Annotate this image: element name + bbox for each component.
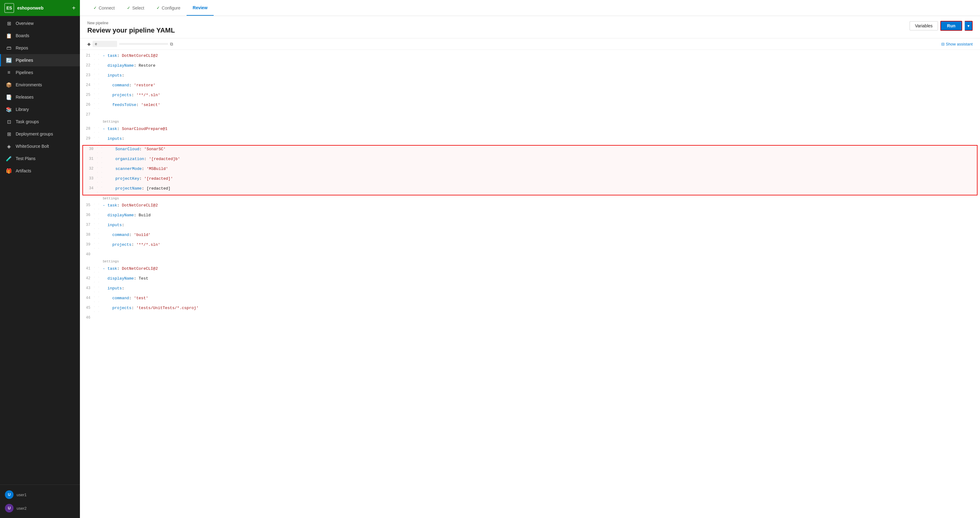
branch-icon: ◆ [87,41,91,46]
line-number-36: 36 [83,212,94,218]
line-gutter-45: · · · · [94,305,103,314]
sidebar-item-releases[interactable]: 📑 Releases [0,91,80,103]
line-31: 31· · · · organization: '[redacted]b' [83,156,977,165]
sidebar-footer: U user1U user2 [0,485,80,518]
step-label-configure: Configure [162,6,180,10]
wizard-step-connect[interactable]: ✓ Connect [87,0,121,16]
line-gutter-23: · · · · [94,72,103,82]
nav-icon-artifacts: 🎁 [6,168,12,174]
line-gutter-41: · · · · [94,265,103,275]
sidebar-item-repos[interactable]: 🗃 Repos [0,42,80,54]
line-content-46 [103,314,978,316]
org-name: eshoponweb [17,6,69,10]
sidebar-item-pipelines[interactable]: 🔄 Pipelines [0,54,80,66]
sidebar: ES eshoponweb + ⊞ Overview📋 Boards🗃 Repo… [0,0,80,518]
line-gutter-44: · · · · [94,295,103,305]
show-assistant-button[interactable]: ⊟ Show assistant [941,42,973,46]
line-content-43: inputs: [103,285,978,292]
line-29: 29· · · · inputs: [80,135,980,145]
line-number-37: 37 [83,221,94,228]
line-content-30: SonarCloud: 'SonarSC' [106,146,974,153]
line-39: 39· · · · projects: '**/*.sln' [80,241,980,251]
line-content-44: command: 'test' [103,295,978,302]
sidebar-item-environments[interactable]: 📦 Environments [0,79,80,91]
add-project-button[interactable]: + [72,5,76,12]
sidebar-item-task-groups[interactable]: ⊡ Task groups [0,116,80,128]
line-number-25: 25 [83,92,94,98]
nav-icon-library: 📚 [6,106,12,113]
nav-label-task-groups: Task groups [16,119,39,124]
variables-button[interactable]: Variables [910,21,937,30]
line-number-33: 33 [86,175,97,181]
line-gutter-39: · · · · [94,241,103,251]
wizard-step-review[interactable]: Review [186,0,214,16]
user-avatar-user2: U [5,504,14,512]
line-number-22: 22 [83,62,94,68]
line-gutter-28: · · · · [94,126,103,135]
sidebar-item-boards[interactable]: 📋 Boards [0,30,80,42]
sidebar-item-library[interactable]: 📚 Library [0,103,80,116]
step-label-review: Review [193,5,207,10]
line-gutter-31: · · · · [97,156,106,165]
line-27: 27 [80,111,980,119]
line-33: 33· · · · projectKey: '[redacted]' [83,175,977,185]
check-icon-configure: ✓ [156,6,160,10]
line-28: 28· · · ·- task: SonarCloudPrepare@1 [80,126,980,135]
line-content-37: inputs: [103,221,978,229]
run-button[interactable]: Run [940,21,962,31]
line-number-34: 34 [86,185,97,191]
line-number-38: 38 [83,231,94,238]
line-gutter-34: · · · · [97,185,106,195]
settings-label: Settings [80,119,980,126]
wizard-tabs: ✓ Connect✓ Select✓ ConfigureReview [80,0,980,16]
wizard-step-configure[interactable]: ✓ Configure [150,0,186,16]
nav-label-library: Library [16,107,29,112]
nav-label-releases: Releases [16,95,33,100]
user-label-user2: user2 [17,506,27,511]
content-area: New pipeline Review your pipeline YAML V… [80,16,980,518]
line-content-33: projectKey: '[redacted]' [106,175,974,183]
code-editor[interactable]: 21· · · ·- task: DotNetCoreCLI@222· · · … [80,50,980,324]
line-number-29: 29 [83,135,94,141]
line-content-42: displayName: Test [103,275,978,283]
sidebar-item-pipelines2[interactable]: ≡ Pipelines [0,66,80,79]
line-41: 41· · · ·- task: DotNetCoreCLI@2 [80,265,980,275]
line-content-41: - task: DotNetCoreCLI@2 [103,265,978,273]
sidebar-item-whitesource-bolt[interactable]: ◈ WhiteSource Bolt [0,140,80,153]
line-gutter-33: · · · · [97,175,106,185]
nav-icon-boards: 📋 [6,33,12,39]
line-content-31: organization: '[redacted]b' [106,156,974,163]
user-label-user1: user1 [17,493,27,497]
line-number-42: 42 [83,275,94,281]
sidebar-item-artifacts[interactable]: 🎁 Artifacts [0,165,80,177]
line-38: 38· · · · command: 'build' [80,231,980,241]
line-number-45: 45 [83,305,94,311]
line-gutter-26: · · · · [94,102,103,111]
wizard-step-select[interactable]: ✓ Select [121,0,150,16]
line-number-28: 28 [83,126,94,132]
line-gutter-32: · · · · [97,165,106,175]
sidebar-nav: ⊞ Overview📋 Boards🗃 Repos🔄 Pipelines≡ Pi… [0,16,80,485]
footer-user-user1[interactable]: U user1 [0,488,80,501]
copy-icon[interactable]: ⧉ [170,41,173,47]
line-number-39: 39 [83,241,94,248]
sidebar-item-deployment-groups[interactable]: ⊞ Deployment groups [0,128,80,140]
sidebar-item-overview[interactable]: ⊞ Overview [0,17,80,30]
line-number-44: 44 [83,295,94,301]
breadcrumb: New pipeline [87,21,175,25]
line-content-22: displayName: Restore [103,62,978,70]
nav-icon-overview: ⊞ [6,20,12,26]
line-content-27 [103,111,978,113]
sidebar-item-test-plans[interactable]: 🧪 Test Plans [0,153,80,165]
nav-label-whitesource-bolt: WhiteSource Bolt [16,144,49,149]
line-number-43: 43 [83,285,94,291]
line-gutter-29: · · · · [94,135,103,145]
check-icon-connect: ✓ [94,6,97,10]
org-header[interactable]: ES eshoponweb + [0,0,80,16]
run-dropdown-button[interactable]: ▾ [965,21,973,31]
footer-user-user2[interactable]: U user2 [0,501,80,515]
nav-icon-repos: 🗃 [6,45,12,51]
nav-icon-pipelines: 🔄 [6,57,12,63]
org-avatar: ES [4,3,14,13]
line-34: 34· · · · projectName: [redacted] [83,185,977,195]
